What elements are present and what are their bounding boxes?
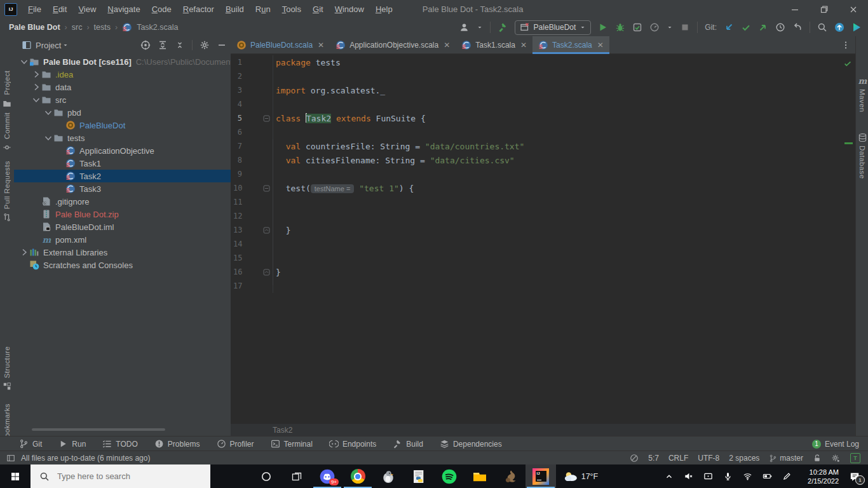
code-line-17[interactable]: 17 bbox=[231, 279, 855, 293]
tab-list-more-icon[interactable] bbox=[841, 36, 850, 53]
ide-update-button[interactable] bbox=[834, 22, 844, 32]
stop-button[interactable] bbox=[680, 22, 690, 32]
tab-task1-scala[interactable]: Task1.scala✕ bbox=[456, 36, 532, 53]
display-button[interactable] bbox=[698, 464, 718, 488]
code-line-12[interactable]: 12 bbox=[231, 209, 855, 223]
breadcrumb-item-src[interactable]: src bbox=[72, 23, 83, 32]
tree-item-external-libraries[interactable]: External Libraries bbox=[14, 246, 231, 259]
volume-muted-button[interactable] bbox=[679, 464, 698, 488]
settings-gear-icon[interactable] bbox=[200, 40, 210, 50]
tab-close-icon[interactable]: ✕ bbox=[597, 41, 604, 50]
code-line-11[interactable]: 11 bbox=[231, 195, 855, 209]
tree-item-task1[interactable]: Task1 bbox=[14, 157, 231, 170]
project-view-title[interactable]: Project bbox=[36, 41, 61, 50]
tree-item-palebluedot-iml[interactable]: PaleBlueDot.iml bbox=[14, 220, 231, 233]
menu-code[interactable]: Code bbox=[146, 4, 177, 14]
toolwindow-button-problems[interactable]: Problems bbox=[154, 439, 200, 449]
tree-item-data[interactable]: data bbox=[14, 81, 231, 93]
settings-sync-icon[interactable] bbox=[831, 454, 841, 463]
code-line-10[interactable]: 10 test(testName = "test 1") { bbox=[231, 181, 855, 195]
menu-help[interactable]: Help bbox=[370, 4, 398, 14]
maximize-button[interactable] bbox=[810, 0, 839, 18]
menu-window[interactable]: Window bbox=[329, 4, 370, 14]
code-line-16[interactable]: 16} bbox=[231, 265, 855, 279]
code-line-3[interactable]: 3import org.scalatest._ bbox=[231, 83, 855, 97]
line-number[interactable]: 13 bbox=[231, 226, 242, 234]
taskbar-app-chrome[interactable] bbox=[342, 464, 373, 488]
toolwindow-button-build[interactable]: Build bbox=[393, 439, 423, 449]
code-line-13[interactable]: 13 } bbox=[231, 223, 855, 237]
line-number[interactable]: 9 bbox=[231, 170, 242, 179]
chevron-down-icon[interactable] bbox=[62, 42, 69, 48]
caret-position[interactable]: 5:7 bbox=[648, 454, 659, 463]
tool-stripe-pull-requests[interactable]: Pull Requests bbox=[0, 161, 14, 222]
chevron-down-icon[interactable] bbox=[43, 133, 53, 143]
line-number[interactable]: 16 bbox=[231, 268, 242, 276]
indent-style[interactable]: 2 spaces bbox=[729, 454, 759, 463]
tree-item-pale-blue-dot-cse116[interactable]: Pale Blue Dot [cse116]C:\Users\Public\Do… bbox=[14, 55, 231, 68]
git-branch-widget[interactable]: master bbox=[769, 454, 803, 463]
menu-tools[interactable]: Tools bbox=[276, 4, 307, 14]
taskbar-app-explorer[interactable] bbox=[465, 464, 495, 488]
fold-marker-icon[interactable] bbox=[242, 265, 273, 279]
tool-stripe-structure[interactable]: Structure bbox=[0, 346, 14, 391]
taskbar-app-discord[interactable]: 9+ bbox=[312, 464, 342, 488]
expand-all-button[interactable] bbox=[158, 40, 168, 50]
tree-item-tests[interactable]: tests bbox=[14, 132, 231, 144]
tab-task2-scala[interactable]: Task2.scala✕ bbox=[532, 36, 609, 53]
fold-marker-icon[interactable] bbox=[242, 111, 273, 125]
line-number[interactable]: 5 bbox=[231, 114, 242, 123]
chevron-right-icon[interactable] bbox=[19, 247, 29, 257]
line-number[interactable]: 14 bbox=[231, 240, 242, 248]
close-button[interactable] bbox=[839, 0, 868, 18]
chevron-down-icon[interactable] bbox=[31, 95, 41, 105]
code-line-4[interactable]: 4 bbox=[231, 97, 855, 111]
taskbar-weather-widget[interactable]: 17°F bbox=[556, 464, 606, 488]
task-view-button[interactable] bbox=[281, 464, 312, 488]
tree-item-idea[interactable]: .idea bbox=[14, 68, 231, 81]
line-number[interactable]: 10 bbox=[231, 184, 242, 193]
tree-item-pbd[interactable]: pbd bbox=[14, 106, 231, 119]
code-line-8[interactable]: 8 val citiesFilename: String = "data/cit… bbox=[231, 153, 855, 167]
history-button[interactable] bbox=[775, 22, 785, 32]
tree-item-scratches-and-consoles[interactable]: Scratches and Consoles bbox=[14, 259, 231, 271]
tab-applicationobjective-scala[interactable]: ApplicationObjective.scala✕ bbox=[330, 36, 456, 53]
git-commit-button[interactable] bbox=[741, 22, 751, 32]
chevron-down-icon[interactable] bbox=[19, 57, 29, 67]
tree-item-src[interactable]: src bbox=[14, 93, 231, 106]
menu-navigate[interactable]: Navigate bbox=[102, 4, 146, 14]
tab-close-icon[interactable]: ✕ bbox=[318, 41, 324, 50]
menu-view[interactable]: View bbox=[72, 4, 102, 14]
tool-stripe-commit[interactable]: Commit bbox=[0, 112, 14, 152]
menu-refactor[interactable]: Refactor bbox=[177, 4, 220, 14]
code-line-1[interactable]: 1package tests bbox=[231, 55, 855, 69]
tree-item-task3[interactable]: Task3 bbox=[14, 182, 231, 195]
tree-item-applicationobjective[interactable]: ApplicationObjective bbox=[14, 144, 231, 157]
tree-item-task2[interactable]: Task2 bbox=[14, 170, 231, 182]
line-number[interactable]: 1 bbox=[231, 58, 242, 67]
tree-item-pom-xml[interactable]: mpom.xml bbox=[14, 233, 231, 246]
code-line-9[interactable]: 9 bbox=[231, 167, 855, 181]
code-editor[interactable]: 1package tests23import org.scalatest._45… bbox=[231, 54, 855, 424]
hide-panel-button[interactable] bbox=[217, 40, 227, 50]
tray-chevron-up-button[interactable] bbox=[659, 464, 679, 488]
taskbar-app-game[interactable] bbox=[495, 464, 526, 488]
lock-icon[interactable] bbox=[813, 454, 822, 463]
line-number[interactable]: 6 bbox=[231, 128, 242, 137]
pen-button[interactable] bbox=[777, 464, 797, 488]
line-number[interactable]: 4 bbox=[231, 100, 242, 109]
select-opened-file-button[interactable] bbox=[140, 40, 151, 50]
search-input[interactable] bbox=[56, 471, 198, 482]
toolwindow-button-endpoints[interactable]: Endpoints bbox=[329, 439, 376, 449]
search-everywhere-button[interactable] bbox=[817, 22, 827, 32]
taskbar-app-python-file[interactable] bbox=[403, 464, 434, 488]
tab-palebluedot-scala[interactable]: PaleBlueDot.scala✕ bbox=[231, 36, 330, 53]
tree-item-pale-blue-dot-zip[interactable]: Pale Blue Dot.zip bbox=[14, 208, 231, 220]
run-with-coverage-button[interactable] bbox=[632, 22, 642, 32]
minimize-button[interactable] bbox=[780, 0, 810, 18]
fold-marker-icon[interactable] bbox=[242, 181, 273, 195]
toolwindow-button-terminal[interactable]: Terminal bbox=[271, 439, 313, 449]
tree-item-palebluedot[interactable]: PaleBlueDot bbox=[14, 119, 231, 132]
rollback-button[interactable] bbox=[792, 22, 803, 32]
toolwindow-button-todo[interactable]: TODO bbox=[102, 439, 137, 449]
